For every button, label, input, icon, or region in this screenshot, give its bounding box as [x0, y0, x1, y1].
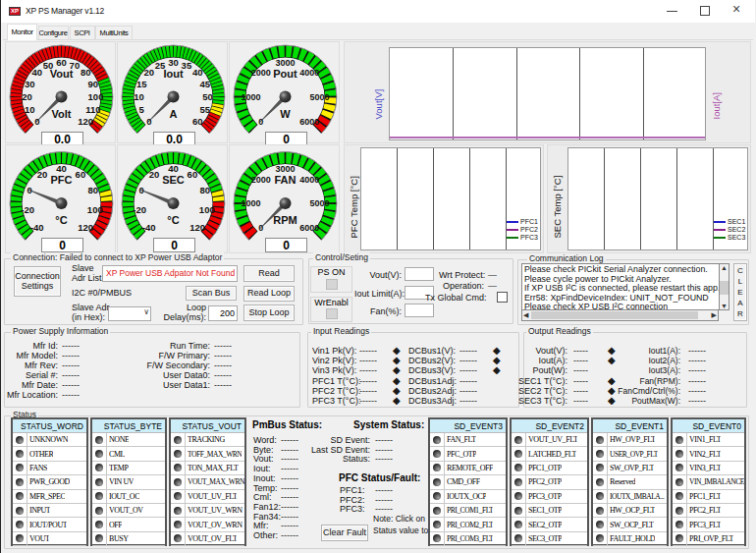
svg-text:80: 80 [88, 185, 99, 195]
svg-text:4000: 4000 [299, 68, 319, 78]
svg-text:1000: 1000 [241, 92, 260, 102]
svg-text:2000: 2000 [251, 175, 271, 185]
svg-text:40: 40 [32, 67, 43, 78]
svg-text:55: 55 [200, 104, 211, 115]
svg-text:Volt: Volt [52, 108, 72, 120]
svg-text:20: 20 [37, 169, 48, 180]
svg-text:RPM: RPM [273, 214, 297, 226]
svg-text:A: A [170, 108, 178, 120]
svg-text:80: 80 [200, 185, 211, 195]
svg-text:1000: 1000 [241, 198, 260, 208]
svg-text:30: 30 [25, 79, 35, 89]
svg-text:60: 60 [192, 116, 203, 127]
svg-text:4000: 4000 [299, 175, 319, 185]
svg-text:SEC: SEC [162, 174, 185, 186]
svg-text:20: 20 [149, 169, 160, 180]
svg-text:3000: 3000 [275, 58, 295, 68]
svg-text:110: 110 [85, 104, 100, 115]
svg-text:40: 40 [168, 163, 179, 174]
svg-text:Iout: Iout [163, 68, 183, 80]
svg-text:5000: 5000 [309, 198, 329, 208]
svg-text:Pout: Pout [273, 68, 297, 80]
svg-text:FAN: FAN [275, 174, 297, 186]
svg-text:-20: -20 [21, 204, 34, 215]
svg-text:100: 100 [87, 204, 103, 215]
svg-text:100: 100 [88, 91, 104, 102]
svg-text:3000: 3000 [275, 164, 295, 174]
svg-text:120: 120 [78, 222, 93, 233]
svg-text:15: 15 [136, 79, 147, 89]
svg-text:100: 100 [199, 204, 215, 215]
svg-text:Vout: Vout [50, 68, 74, 80]
svg-text:90: 90 [88, 79, 99, 89]
svg-text:°C: °C [55, 214, 67, 226]
svg-text:45: 45 [200, 79, 211, 89]
svg-text:PFC: PFC [51, 174, 73, 186]
svg-text:60: 60 [188, 169, 198, 180]
svg-text:-20: -20 [133, 204, 146, 215]
svg-text:40: 40 [192, 67, 203, 78]
svg-text:80: 80 [81, 67, 91, 78]
svg-text:10: 10 [134, 91, 144, 102]
svg-text:-40: -40 [30, 222, 44, 233]
svg-text:60: 60 [56, 57, 67, 68]
svg-text:6000: 6000 [299, 117, 319, 127]
svg-text:W: W [280, 108, 291, 120]
svg-text:-40: -40 [142, 222, 156, 233]
svg-text:50: 50 [202, 91, 213, 102]
svg-text:5000: 5000 [309, 92, 329, 102]
svg-text:120: 120 [189, 222, 205, 233]
svg-text:120: 120 [78, 116, 93, 127]
svg-text:30: 30 [168, 57, 179, 68]
svg-text:60: 60 [76, 169, 86, 180]
svg-text:2000: 2000 [251, 68, 271, 78]
svg-text:10: 10 [25, 104, 35, 115]
svg-text:20: 20 [144, 67, 155, 78]
svg-text:20: 20 [22, 91, 32, 102]
svg-text:°C: °C [167, 214, 179, 226]
svg-text:6000: 6000 [299, 223, 319, 233]
svg-text:40: 40 [56, 163, 67, 174]
svg-text:5: 5 [139, 104, 145, 115]
